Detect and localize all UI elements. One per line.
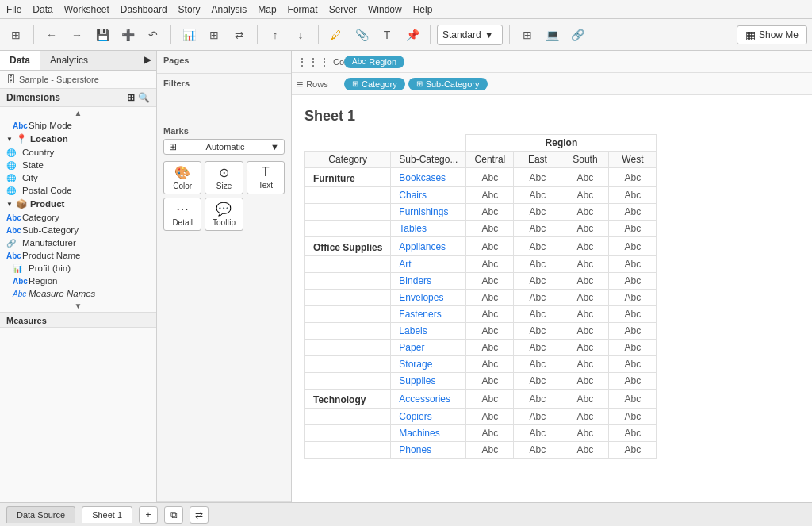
datasource-item[interactable]: 🗄 Sample - Superstore [0, 71, 156, 89]
table-row[interactable]: Furnishings [391, 204, 466, 221]
swap-btn[interactable]: ⇄ [228, 24, 251, 46]
sort-desc-btn[interactable]: ↓ [289, 24, 312, 46]
field-subcategory[interactable]: Abc Sub-Category [0, 224, 156, 236]
grid-icon[interactable]: ⊞ [127, 92, 135, 103]
table-row[interactable]: Tables [391, 221, 466, 237]
field-manufacturer[interactable]: 🔗 Manufacturer [0, 236, 156, 249]
panel-arrow[interactable]: ▶ [140, 51, 156, 70]
pin-btn[interactable]: 📌 [401, 24, 423, 46]
share-btn[interactable]: 🔗 [567, 24, 589, 46]
region-header: Region [466, 135, 657, 152]
grid-btn[interactable]: ⊞ [516, 24, 538, 46]
field-city[interactable]: 🌐 City [0, 171, 156, 184]
show-me-button[interactable]: ▦ Show Me [737, 25, 807, 44]
menu-data[interactable]: Data [33, 4, 52, 15]
undo-btn[interactable]: ↶ [142, 24, 164, 46]
table-row[interactable]: Copiers [391, 409, 466, 425]
detail-label: Detail [172, 218, 193, 227]
save-btn[interactable]: 💾 [91, 24, 113, 46]
rows-label: ≡ Rows [297, 78, 344, 90]
field-postal-code[interactable]: 🌐 Postal Code [0, 184, 156, 197]
scroll-up-arrow[interactable]: ▲ [0, 107, 156, 119]
menu-format[interactable]: Format [288, 4, 318, 15]
menu-worksheet[interactable]: Worksheet [64, 4, 109, 15]
menu-story[interactable]: Story [178, 4, 201, 15]
dropdown-arrow-icon: ▼ [270, 142, 279, 152]
menu-help[interactable]: Help [413, 4, 433, 15]
add-sheet-btn-bottom[interactable]: + [139, 506, 158, 524]
text-btn[interactable]: T Text [247, 161, 285, 194]
table-row[interactable]: Supplies [391, 373, 466, 390]
search-icon[interactable]: 🔍 [138, 92, 150, 103]
link-btn[interactable]: 📎 [350, 24, 373, 46]
table-row[interactable]: Storage [391, 356, 466, 373]
menu-map[interactable]: Map [258, 4, 276, 15]
detail-btn[interactable]: ⋯ Detail [163, 198, 201, 231]
menu-server[interactable]: Server [329, 4, 357, 15]
scroll-down-arrow[interactable]: ▼ [0, 300, 156, 312]
field-state[interactable]: 🌐 State [0, 159, 156, 171]
color-label: Color [173, 182, 192, 190]
field-measure-names[interactable]: Abc Measure Names [0, 287, 156, 300]
home-btn[interactable]: ⊞ [5, 24, 27, 46]
marks-type-dropdown[interactable]: ⊞ Automatic ▼ [163, 139, 285, 155]
tab-data-source[interactable]: Data Source [6, 506, 75, 523]
filters-title: Filters [163, 79, 285, 88]
table-btn[interactable]: ⊞ [203, 24, 225, 46]
table-row[interactable]: Phones [391, 442, 466, 459]
table-row[interactable]: Fasteners [391, 306, 466, 323]
color-btn[interactable]: 🎨 Color [163, 161, 201, 194]
table-row[interactable]: Envelopes [391, 290, 466, 306]
menu-analysis[interactable]: Analysis [212, 4, 247, 15]
field-ship-mode[interactable]: Abc Ship Mode [0, 119, 156, 132]
tab-data[interactable]: Data [0, 51, 40, 70]
menu-window[interactable]: Window [368, 4, 402, 15]
menu-dashboard[interactable]: Dashboard [121, 4, 167, 15]
tab-sheet1[interactable]: Sheet 1 [82, 506, 132, 523]
region-pill[interactable]: Abc Region [344, 56, 404, 68]
color-icon: 🎨 [174, 165, 190, 180]
swap-sheet-btn[interactable]: ⇄ [190, 506, 209, 524]
tab-analytics[interactable]: Analytics [40, 51, 98, 70]
table-row[interactable]: Bookcases [391, 168, 466, 187]
table-row[interactable]: Labels [391, 323, 466, 340]
field-product-name[interactable]: Abc Product Name [0, 249, 156, 262]
chart-btn[interactable]: 📊 [178, 24, 200, 46]
field-country[interactable]: 🌐 Country [0, 146, 156, 159]
category-pill[interactable]: ⊞ Category [344, 78, 405, 90]
data-table: Region Category Sub-Catego... Central Ea… [304, 134, 657, 459]
back-btn[interactable]: ← [40, 24, 63, 46]
menu-bar: File Data Worksheet Dashboard Story Anal… [0, 0, 812, 19]
group-location[interactable]: ▼ 📍 Location [0, 132, 156, 146]
group-label: Location [30, 134, 68, 144]
dimensions-icons[interactable]: ⊞ 🔍 [127, 92, 150, 103]
add-sheet-btn[interactable]: ➕ [117, 24, 139, 46]
highlight-btn[interactable]: 🖊 [325, 24, 347, 46]
device-btn[interactable]: 💻 [542, 24, 564, 46]
field-region[interactable]: Abc Region [0, 275, 156, 287]
label-btn[interactable]: T [376, 24, 398, 46]
menu-file[interactable]: File [6, 4, 21, 15]
tooltip-btn[interactable]: 💬 Tooltip [205, 198, 243, 231]
sort-asc-btn[interactable]: ↑ [264, 24, 286, 46]
table-row[interactable]: Machines [391, 425, 466, 442]
field-profit-bin[interactable]: 📊 Profit (bin) [0, 262, 156, 275]
table-row[interactable]: Paper [391, 340, 466, 356]
pill-icon: ⊞ [352, 79, 358, 88]
table-row[interactable]: Art [391, 256, 466, 273]
subcategory-pill[interactable]: ⊞ Sub-Category [408, 78, 488, 90]
table-cell: Abc [514, 273, 561, 290]
forward-btn[interactable]: → [66, 24, 88, 46]
table-row[interactable]: Binders [391, 273, 466, 290]
standard-dropdown[interactable]: Standard ▼ [437, 25, 503, 45]
group-product[interactable]: ▼ 📦 Product [0, 197, 156, 211]
table-row[interactable]: Appliances [391, 237, 466, 256]
size-btn[interactable]: ⊙ Size [205, 161, 243, 194]
table-cell: Abc [466, 425, 514, 442]
duplicate-sheet-btn[interactable]: ⧉ [164, 506, 183, 524]
measures-scroll-up[interactable]: ▲ [0, 328, 156, 329]
table-row[interactable]: Accessories [391, 390, 466, 409]
table-cell: Abc [514, 306, 561, 323]
field-category[interactable]: Abc Category [0, 211, 156, 224]
table-row[interactable]: Chairs [391, 187, 466, 204]
